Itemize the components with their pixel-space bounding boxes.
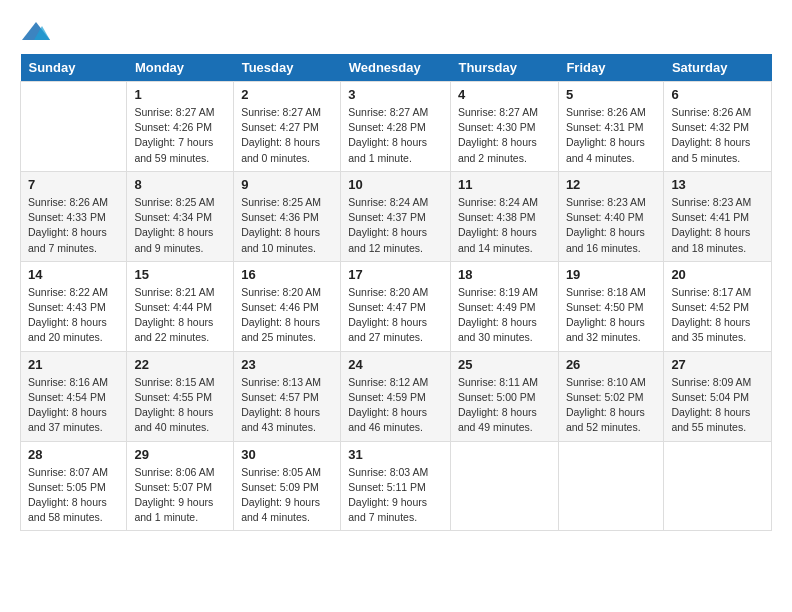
- calendar-day-cell: 5Sunrise: 8:26 AMSunset: 4:31 PMDaylight…: [558, 82, 664, 172]
- day-info: Sunrise: 8:17 AMSunset: 4:52 PMDaylight:…: [671, 285, 764, 346]
- day-number: 14: [28, 267, 119, 282]
- day-info: Sunrise: 8:15 AMSunset: 4:55 PMDaylight:…: [134, 375, 226, 436]
- day-number: 8: [134, 177, 226, 192]
- calendar-day-cell: [450, 441, 558, 531]
- calendar-day-cell: 6Sunrise: 8:26 AMSunset: 4:32 PMDaylight…: [664, 82, 772, 172]
- calendar-table: SundayMondayTuesdayWednesdayThursdayFrid…: [20, 54, 772, 531]
- calendar-day-header: Wednesday: [341, 54, 451, 82]
- day-info: Sunrise: 8:23 AMSunset: 4:40 PMDaylight:…: [566, 195, 657, 256]
- day-number: 3: [348, 87, 443, 102]
- day-info: Sunrise: 8:27 AMSunset: 4:26 PMDaylight:…: [134, 105, 226, 166]
- calendar-day-cell: 20Sunrise: 8:17 AMSunset: 4:52 PMDayligh…: [664, 261, 772, 351]
- day-number: 16: [241, 267, 333, 282]
- calendar-day-cell: [558, 441, 664, 531]
- day-number: 13: [671, 177, 764, 192]
- calendar-week-row: 7Sunrise: 8:26 AMSunset: 4:33 PMDaylight…: [21, 171, 772, 261]
- day-number: 26: [566, 357, 657, 372]
- calendar-day-cell: [664, 441, 772, 531]
- calendar-body: 1Sunrise: 8:27 AMSunset: 4:26 PMDaylight…: [21, 82, 772, 531]
- calendar-day-cell: [21, 82, 127, 172]
- day-info: Sunrise: 8:18 AMSunset: 4:50 PMDaylight:…: [566, 285, 657, 346]
- calendar-day-header: Sunday: [21, 54, 127, 82]
- calendar-day-cell: 16Sunrise: 8:20 AMSunset: 4:46 PMDayligh…: [234, 261, 341, 351]
- day-number: 17: [348, 267, 443, 282]
- day-number: 12: [566, 177, 657, 192]
- calendar-day-cell: 17Sunrise: 8:20 AMSunset: 4:47 PMDayligh…: [341, 261, 451, 351]
- day-number: 4: [458, 87, 551, 102]
- day-info: Sunrise: 8:05 AMSunset: 5:09 PMDaylight:…: [241, 465, 333, 526]
- day-info: Sunrise: 8:26 AMSunset: 4:32 PMDaylight:…: [671, 105, 764, 166]
- day-number: 22: [134, 357, 226, 372]
- day-info: Sunrise: 8:16 AMSunset: 4:54 PMDaylight:…: [28, 375, 119, 436]
- calendar-day-cell: 3Sunrise: 8:27 AMSunset: 4:28 PMDaylight…: [341, 82, 451, 172]
- day-info: Sunrise: 8:24 AMSunset: 4:38 PMDaylight:…: [458, 195, 551, 256]
- day-info: Sunrise: 8:21 AMSunset: 4:44 PMDaylight:…: [134, 285, 226, 346]
- calendar-day-cell: 1Sunrise: 8:27 AMSunset: 4:26 PMDaylight…: [127, 82, 234, 172]
- calendar-day-cell: 27Sunrise: 8:09 AMSunset: 5:04 PMDayligh…: [664, 351, 772, 441]
- day-number: 29: [134, 447, 226, 462]
- day-info: Sunrise: 8:25 AMSunset: 4:34 PMDaylight:…: [134, 195, 226, 256]
- day-info: Sunrise: 8:24 AMSunset: 4:37 PMDaylight:…: [348, 195, 443, 256]
- calendar-day-cell: 12Sunrise: 8:23 AMSunset: 4:40 PMDayligh…: [558, 171, 664, 261]
- calendar-day-cell: 9Sunrise: 8:25 AMSunset: 4:36 PMDaylight…: [234, 171, 341, 261]
- day-number: 24: [348, 357, 443, 372]
- day-info: Sunrise: 8:22 AMSunset: 4:43 PMDaylight:…: [28, 285, 119, 346]
- day-info: Sunrise: 8:12 AMSunset: 4:59 PMDaylight:…: [348, 375, 443, 436]
- day-info: Sunrise: 8:19 AMSunset: 4:49 PMDaylight:…: [458, 285, 551, 346]
- day-info: Sunrise: 8:26 AMSunset: 4:33 PMDaylight:…: [28, 195, 119, 256]
- day-number: 20: [671, 267, 764, 282]
- calendar-day-cell: 22Sunrise: 8:15 AMSunset: 4:55 PMDayligh…: [127, 351, 234, 441]
- calendar-day-cell: 19Sunrise: 8:18 AMSunset: 4:50 PMDayligh…: [558, 261, 664, 351]
- day-number: 31: [348, 447, 443, 462]
- calendar-day-cell: 25Sunrise: 8:11 AMSunset: 5:00 PMDayligh…: [450, 351, 558, 441]
- calendar-header-row: SundayMondayTuesdayWednesdayThursdayFrid…: [21, 54, 772, 82]
- calendar-day-header: Friday: [558, 54, 664, 82]
- calendar-week-row: 14Sunrise: 8:22 AMSunset: 4:43 PMDayligh…: [21, 261, 772, 351]
- calendar-day-header: Thursday: [450, 54, 558, 82]
- day-info: Sunrise: 8:26 AMSunset: 4:31 PMDaylight:…: [566, 105, 657, 166]
- calendar-day-header: Tuesday: [234, 54, 341, 82]
- day-info: Sunrise: 8:03 AMSunset: 5:11 PMDaylight:…: [348, 465, 443, 526]
- calendar-day-cell: 26Sunrise: 8:10 AMSunset: 5:02 PMDayligh…: [558, 351, 664, 441]
- calendar-day-cell: 18Sunrise: 8:19 AMSunset: 4:49 PMDayligh…: [450, 261, 558, 351]
- calendar-day-cell: 13Sunrise: 8:23 AMSunset: 4:41 PMDayligh…: [664, 171, 772, 261]
- day-number: 7: [28, 177, 119, 192]
- day-info: Sunrise: 8:25 AMSunset: 4:36 PMDaylight:…: [241, 195, 333, 256]
- calendar-day-cell: 21Sunrise: 8:16 AMSunset: 4:54 PMDayligh…: [21, 351, 127, 441]
- day-number: 18: [458, 267, 551, 282]
- page-header: [20, 20, 772, 38]
- day-number: 25: [458, 357, 551, 372]
- calendar-day-cell: 28Sunrise: 8:07 AMSunset: 5:05 PMDayligh…: [21, 441, 127, 531]
- logo-icon: [22, 20, 50, 42]
- day-number: 19: [566, 267, 657, 282]
- calendar-day-cell: 11Sunrise: 8:24 AMSunset: 4:38 PMDayligh…: [450, 171, 558, 261]
- calendar-day-header: Saturday: [664, 54, 772, 82]
- day-number: 11: [458, 177, 551, 192]
- calendar-day-cell: 10Sunrise: 8:24 AMSunset: 4:37 PMDayligh…: [341, 171, 451, 261]
- day-info: Sunrise: 8:27 AMSunset: 4:27 PMDaylight:…: [241, 105, 333, 166]
- calendar-day-cell: 31Sunrise: 8:03 AMSunset: 5:11 PMDayligh…: [341, 441, 451, 531]
- calendar-day-cell: 2Sunrise: 8:27 AMSunset: 4:27 PMDaylight…: [234, 82, 341, 172]
- day-info: Sunrise: 8:20 AMSunset: 4:46 PMDaylight:…: [241, 285, 333, 346]
- day-info: Sunrise: 8:06 AMSunset: 5:07 PMDaylight:…: [134, 465, 226, 526]
- calendar-day-cell: 8Sunrise: 8:25 AMSunset: 4:34 PMDaylight…: [127, 171, 234, 261]
- day-info: Sunrise: 8:11 AMSunset: 5:00 PMDaylight:…: [458, 375, 551, 436]
- day-info: Sunrise: 8:13 AMSunset: 4:57 PMDaylight:…: [241, 375, 333, 436]
- calendar-day-cell: 29Sunrise: 8:06 AMSunset: 5:07 PMDayligh…: [127, 441, 234, 531]
- calendar-day-cell: 30Sunrise: 8:05 AMSunset: 5:09 PMDayligh…: [234, 441, 341, 531]
- calendar-day-cell: 15Sunrise: 8:21 AMSunset: 4:44 PMDayligh…: [127, 261, 234, 351]
- calendar-day-header: Monday: [127, 54, 234, 82]
- day-info: Sunrise: 8:27 AMSunset: 4:30 PMDaylight:…: [458, 105, 551, 166]
- day-number: 21: [28, 357, 119, 372]
- calendar-day-cell: 23Sunrise: 8:13 AMSunset: 4:57 PMDayligh…: [234, 351, 341, 441]
- calendar-week-row: 28Sunrise: 8:07 AMSunset: 5:05 PMDayligh…: [21, 441, 772, 531]
- day-number: 27: [671, 357, 764, 372]
- day-number: 23: [241, 357, 333, 372]
- day-info: Sunrise: 8:23 AMSunset: 4:41 PMDaylight:…: [671, 195, 764, 256]
- calendar-day-cell: 4Sunrise: 8:27 AMSunset: 4:30 PMDaylight…: [450, 82, 558, 172]
- day-number: 9: [241, 177, 333, 192]
- day-number: 10: [348, 177, 443, 192]
- day-info: Sunrise: 8:09 AMSunset: 5:04 PMDaylight:…: [671, 375, 764, 436]
- calendar-day-cell: 7Sunrise: 8:26 AMSunset: 4:33 PMDaylight…: [21, 171, 127, 261]
- day-number: 1: [134, 87, 226, 102]
